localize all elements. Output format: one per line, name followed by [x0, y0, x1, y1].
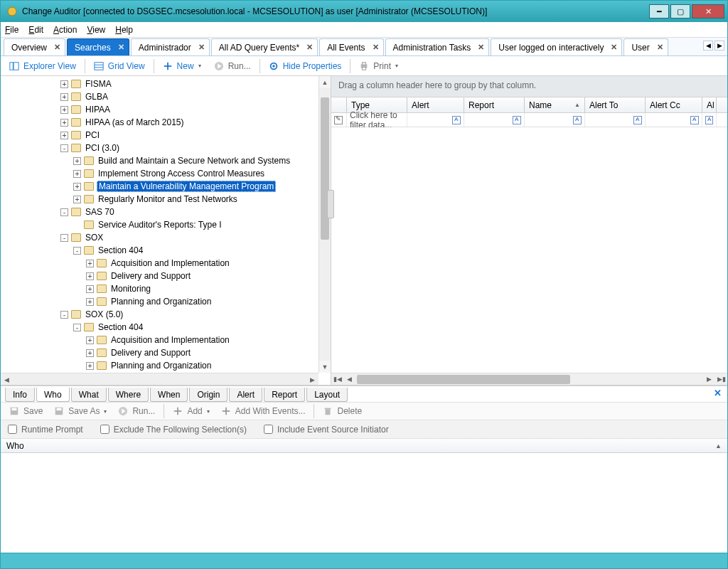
- menu-action[interactable]: Action: [53, 25, 77, 35]
- tab-all-ad-query-events-[interactable]: All AD Query Events*✕: [211, 38, 318, 55]
- bottom-tab-where[interactable]: Where: [108, 388, 149, 402]
- filter-icon[interactable]: [690, 116, 699, 124]
- grid-scroll-right[interactable]: ▶: [703, 373, 715, 385]
- expand-icon[interactable]: -: [60, 208, 68, 216]
- tree-node[interactable]: +Delivery and Support: [1, 346, 318, 359]
- filter-icon[interactable]: [705, 116, 713, 124]
- expand-icon[interactable]: +: [86, 285, 94, 293]
- tree-node[interactable]: +Acquisition and Implementation: [1, 257, 318, 270]
- tree-node[interactable]: +Implement Strong Access Control Measure…: [1, 167, 318, 180]
- tab-close-icon[interactable]: ✕: [198, 43, 205, 52]
- bottom-tab-layout[interactable]: Layout: [306, 388, 348, 402]
- filter-cell[interactable]: Click here to filter data...: [347, 113, 407, 127]
- expand-icon[interactable]: -: [73, 324, 81, 331]
- runtime-prompt-checkbox[interactable]: Runtime Prompt: [8, 425, 83, 435]
- expand-icon[interactable]: [73, 221, 81, 229]
- filter-icon[interactable]: [633, 116, 642, 124]
- col-al[interactable]: Al: [702, 97, 717, 112]
- tree-node[interactable]: +HIPAA: [1, 103, 318, 116]
- tree-node[interactable]: +FISMA: [1, 78, 318, 90]
- col-icon[interactable]: [331, 97, 347, 112]
- expand-icon[interactable]: -: [73, 247, 81, 255]
- scroll-down-icon[interactable]: ▼: [319, 361, 331, 373]
- tab-close-icon[interactable]: ✕: [657, 43, 663, 52]
- group-by-header[interactable]: Drag a column header here to group by th…: [331, 76, 727, 97]
- scroll-thumb[interactable]: [321, 97, 329, 240]
- col-alert-to[interactable]: Alert To: [585, 97, 646, 112]
- tree-node[interactable]: -SOX (5.0): [1, 308, 318, 321]
- tree-node[interactable]: +Build and Maintain a Secure Network and…: [1, 154, 318, 167]
- filter-icon[interactable]: [573, 116, 582, 124]
- tree-node[interactable]: +Regularly Monitor and Test Networks: [1, 193, 318, 206]
- grid-scroll-left[interactable]: ◀: [343, 373, 355, 385]
- delete-button[interactable]: Delete: [318, 406, 366, 416]
- col-type[interactable]: Type: [347, 97, 407, 112]
- expand-icon[interactable]: +: [73, 170, 81, 178]
- tree-node[interactable]: +PCI: [1, 129, 318, 142]
- bottom-tab-alert[interactable]: Alert: [229, 388, 262, 402]
- tree-node[interactable]: +HIPAA (as of March 2015): [1, 116, 318, 129]
- scroll-up-icon[interactable]: ▲: [319, 76, 331, 88]
- expand-icon[interactable]: +: [60, 93, 68, 101]
- tree-node[interactable]: +Planning and Organization: [1, 359, 318, 372]
- expand-icon[interactable]: +: [86, 336, 94, 344]
- tree-node[interactable]: -PCI (3.0): [1, 142, 318, 154]
- tree-node[interactable]: +Maintain a Vulnerability Management Pro…: [1, 180, 318, 193]
- col-name[interactable]: Name▲: [525, 97, 585, 112]
- grid-scroll-left-end[interactable]: ▮◀: [331, 373, 343, 385]
- tree-node[interactable]: -SAS 70: [1, 206, 318, 218]
- tree-node[interactable]: -Section 404: [1, 321, 318, 334]
- tree-scroll-v[interactable]: ▲ ▼: [318, 76, 331, 373]
- add-with-events-button[interactable]: Add With Events...: [217, 406, 310, 416]
- grid-scroll-thumb[interactable]: [357, 375, 570, 384]
- filter-cell[interactable]: [702, 113, 717, 127]
- menu-help[interactable]: Help: [115, 25, 133, 35]
- scroll-left-icon[interactable]: ◀: [1, 373, 13, 385]
- tree-node[interactable]: +GLBA: [1, 90, 318, 103]
- tab-close-icon[interactable]: ✕: [118, 43, 124, 52]
- filter-cell[interactable]: ✎: [331, 113, 347, 127]
- add-button[interactable]: Add ▾: [168, 406, 213, 416]
- print-button[interactable]: Print ▾: [353, 58, 404, 75]
- bottom-run-button[interactable]: Run...: [114, 406, 159, 416]
- tree-node[interactable]: +Monitoring: [1, 282, 318, 295]
- run-button[interactable]: Run...: [208, 58, 257, 75]
- expand-icon[interactable]: +: [86, 362, 94, 370]
- bottom-tab-origin[interactable]: Origin: [189, 388, 228, 402]
- tab-close-icon[interactable]: ✕: [611, 43, 617, 52]
- tree-node[interactable]: +Planning and Organization: [1, 295, 318, 308]
- expand-icon[interactable]: -: [60, 144, 68, 152]
- hide-properties-button[interactable]: Hide Properties: [263, 58, 348, 75]
- expand-icon[interactable]: -: [60, 311, 68, 319]
- search-tree[interactable]: +FISMA+GLBA+HIPAA+HIPAA (as of March 201…: [1, 76, 318, 373]
- tab-scroll-left[interactable]: ◀: [703, 41, 713, 50]
- expand-icon[interactable]: +: [60, 119, 68, 127]
- expand-icon[interactable]: -: [60, 234, 68, 242]
- filter-cell[interactable]: [407, 113, 464, 127]
- expand-icon[interactable]: +: [86, 298, 94, 306]
- expand-icon[interactable]: +: [73, 157, 81, 165]
- tab-administrador[interactable]: Administrador✕: [131, 38, 210, 55]
- expand-icon[interactable]: +: [60, 80, 68, 88]
- tab-close-icon[interactable]: ✕: [306, 43, 313, 52]
- tree-node[interactable]: Service Auditor's Reports: Type I: [1, 218, 318, 231]
- filter-icon[interactable]: [452, 116, 461, 124]
- tree-node[interactable]: -SOX: [1, 231, 318, 244]
- bottom-tab-report[interactable]: Report: [264, 388, 305, 402]
- new-button[interactable]: New ▾: [157, 58, 207, 75]
- who-column-header[interactable]: Who ▲: [1, 439, 727, 453]
- menu-edit[interactable]: Edit: [28, 25, 43, 35]
- filter-cell[interactable]: [464, 113, 525, 127]
- tree-scroll-h[interactable]: ◀ ▶: [1, 373, 318, 385]
- close-button[interactable]: ✕: [692, 4, 724, 18]
- tab-close-icon[interactable]: ✕: [54, 43, 60, 52]
- menu-file[interactable]: File: [5, 25, 18, 35]
- bottom-close-icon[interactable]: ✕: [714, 388, 722, 398]
- save-as-button[interactable]: Save As ▾: [50, 406, 111, 416]
- tab-administration-tasks[interactable]: Administration Tasks✕: [385, 38, 490, 55]
- splitter-handle[interactable]: [327, 190, 334, 218]
- tree-node[interactable]: +Delivery and Support: [1, 270, 318, 282]
- expand-icon[interactable]: +: [60, 106, 68, 114]
- expand-icon[interactable]: +: [86, 272, 94, 280]
- filter-cell[interactable]: [525, 113, 585, 127]
